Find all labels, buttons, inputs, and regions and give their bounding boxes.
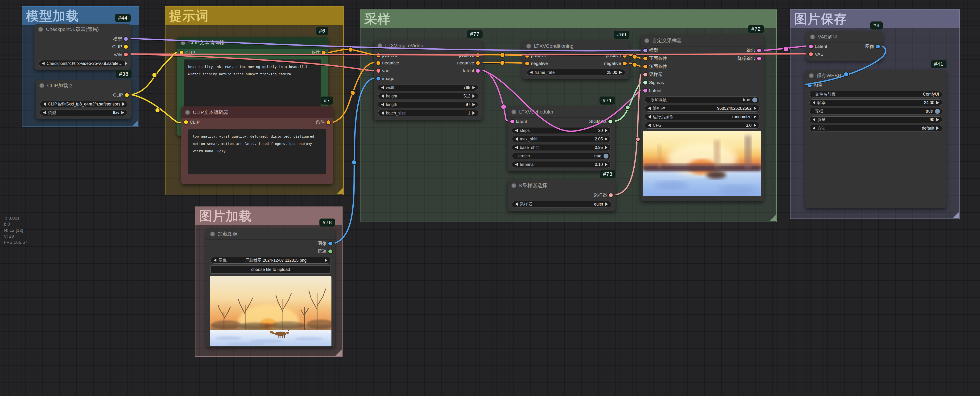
- next-arrow-icon[interactable]: [473, 112, 475, 115]
- width-stepper[interactable]: width 768: [378, 84, 478, 91]
- node-ltxv-scheduler[interactable]: #71 LTXVScheduler latent SIGMAS steps 30…: [508, 107, 615, 171]
- next-arrow-icon[interactable]: [473, 94, 475, 98]
- output-socket-sigmas[interactable]: [608, 120, 612, 123]
- node-title-bar[interactable]: 加载图像: [206, 228, 335, 240]
- group-resize-handle[interactable]: [770, 215, 776, 221]
- collapse-dot-icon[interactable]: [210, 232, 215, 236]
- lossless-toggle[interactable]: 无损 true: [809, 108, 942, 115]
- link-dot[interactable]: [350, 90, 355, 95]
- input-socket-latent[interactable]: [643, 89, 647, 93]
- height-stepper[interactable]: height 512: [378, 93, 478, 99]
- collapse-dot-icon[interactable]: [644, 38, 649, 43]
- link-dot[interactable]: [155, 108, 160, 113]
- image-file-combo[interactable]: 图像 屏幕截图 2024-12-07 112315.png: [210, 257, 331, 263]
- link-dot[interactable]: [783, 46, 789, 52]
- output-socket-conditioning[interactable]: [326, 120, 330, 124]
- next-arrow-icon[interactable]: [605, 163, 608, 166]
- next-arrow-icon[interactable]: [605, 137, 608, 141]
- collapse-dot-icon[interactable]: [181, 40, 186, 45]
- group-resize-handle[interactable]: [953, 212, 959, 218]
- prev-arrow-icon[interactable]: [515, 137, 518, 141]
- collapse-dot-icon[interactable]: [39, 83, 44, 88]
- output-socket-positive[interactable]: [623, 54, 627, 57]
- input-socket-positive[interactable]: [377, 53, 380, 57]
- output-socket-mask[interactable]: [328, 249, 332, 253]
- input-socket-latent[interactable]: [511, 120, 514, 123]
- group-prompt-header[interactable]: 提示词: [165, 7, 343, 25]
- node-clip-text-encode-negative[interactable]: #7 CLIP文本编码器 CLIP 条件 low quality, worst …: [181, 107, 333, 184]
- checkpoint-name-combo[interactable]: Checkpoint名称 ltx-video-2b-v0.9.safete…: [39, 60, 126, 67]
- output-socket-negative[interactable]: [476, 61, 480, 65]
- node-save-webp[interactable]: #41 保存WEBP 图像 文件名前缀 ComfyUI 帧率 24.00 无损 …: [805, 70, 947, 208]
- prompt-textarea[interactable]: low quality, worst quality, deformed, di…: [188, 129, 326, 174]
- node-load-image[interactable]: #78 加载图像 图像 遮罩 图像 屏幕截图 2024-12-07 112315…: [206, 228, 335, 347]
- prev-arrow-icon[interactable]: [43, 102, 46, 106]
- next-arrow-icon[interactable]: [473, 103, 475, 106]
- group-sampling-header[interactable]: 采样: [360, 10, 776, 28]
- link-dot[interactable]: [352, 160, 356, 165]
- seed-stepper[interactable]: 随机种 968524025282562: [645, 105, 760, 112]
- prev-arrow-icon[interactable]: [381, 103, 384, 106]
- input-socket-vae[interactable]: [377, 69, 380, 73]
- next-arrow-icon[interactable]: [605, 146, 608, 149]
- input-socket-clip[interactable]: [184, 120, 188, 124]
- prev-arrow-icon[interactable]: [42, 62, 45, 65]
- next-arrow-icon[interactable]: [605, 129, 608, 132]
- collapse-dot-icon[interactable]: [511, 110, 516, 115]
- collapse-dot-icon[interactable]: [185, 110, 190, 115]
- next-arrow-icon[interactable]: [754, 115, 756, 118]
- output-socket-clip[interactable]: [124, 45, 128, 49]
- toggle-knob-icon[interactable]: [603, 153, 608, 158]
- output-socket-clip[interactable]: [125, 93, 129, 97]
- link-dot[interactable]: [152, 73, 157, 77]
- prev-arrow-icon[interactable]: [515, 146, 518, 149]
- prev-arrow-icon[interactable]: [43, 111, 46, 114]
- group-resize-handle[interactable]: [132, 120, 138, 126]
- choose-file-button[interactable]: choose file to upload: [210, 265, 331, 273]
- node-ltxv-conditioning[interactable]: #69 LTXVConditioning positive positive n…: [522, 41, 630, 79]
- prev-arrow-icon[interactable]: [214, 259, 216, 262]
- prev-arrow-icon[interactable]: [813, 126, 815, 130]
- node-title-bar[interactable]: CLIP加载器: [36, 80, 132, 91]
- input-socket-positive-cond[interactable]: [643, 57, 647, 61]
- toggle-knob-icon[interactable]: [935, 109, 940, 114]
- next-arrow-icon[interactable]: [936, 101, 939, 104]
- output-socket-image[interactable]: [328, 242, 332, 246]
- method-combo[interactable]: 方法 default: [809, 125, 942, 131]
- prev-arrow-icon[interactable]: [648, 107, 651, 110]
- next-arrow-icon[interactable]: [605, 203, 608, 206]
- output-socket-conditioning[interactable]: [322, 51, 326, 54]
- group-resize-handle[interactable]: [337, 188, 343, 194]
- output-socket-positive[interactable]: [476, 53, 480, 57]
- cfg-stepper[interactable]: CFG 3.0: [645, 122, 760, 129]
- output-socket-negative[interactable]: [623, 62, 627, 65]
- node-vae-decode[interactable]: #8 VAE解码 Latent 图像 VAE: [806, 31, 883, 61]
- node-graph-canvas[interactable]: 模型加载 提示词 采样 图片保存 图片加载 #44 Checkpoint加载器(…: [0, 0, 980, 396]
- prev-arrow-icon[interactable]: [648, 124, 651, 127]
- filename-prefix-field[interactable]: 文件名前缀 ComfyUI: [809, 91, 942, 97]
- input-socket-sampler[interactable]: [643, 73, 647, 77]
- sampler-combo[interactable]: 采样器 euler: [512, 201, 611, 208]
- length-stepper[interactable]: length 97: [378, 101, 478, 108]
- node-title-bar[interactable]: VAE解码: [806, 31, 883, 43]
- output-socket-latent[interactable]: [476, 69, 480, 73]
- quality-stepper[interactable]: 质量 90: [809, 117, 942, 123]
- node-title-bar[interactable]: LTXVScheduler: [508, 107, 615, 118]
- max-shift-stepper[interactable]: max_shift 2.05: [512, 136, 611, 142]
- node-custom-sampler[interactable]: #72 自定义采样器 模型 输出 正面条件 降噪输出 负面条件 采样器 Sigm…: [641, 35, 764, 201]
- node-title-bar[interactable]: CLIP文本编码器: [177, 37, 328, 49]
- node-title-bar[interactable]: K采样器选择: [508, 180, 616, 191]
- next-arrow-icon[interactable]: [121, 111, 124, 114]
- prev-arrow-icon[interactable]: [515, 163, 518, 166]
- prev-arrow-icon[interactable]: [813, 101, 815, 104]
- node-title-bar[interactable]: LTXVConditioning: [522, 41, 630, 52]
- prev-arrow-icon[interactable]: [381, 112, 384, 115]
- next-arrow-icon[interactable]: [123, 102, 125, 106]
- link-dot[interactable]: [348, 47, 353, 52]
- prev-arrow-icon[interactable]: [813, 118, 815, 121]
- output-socket-model[interactable]: [124, 37, 128, 41]
- node-clip-loader[interactable]: #38 CLIP加载器 CLIP CLIP名称 t5xxl_fp8_e4m3fn…: [36, 80, 132, 119]
- input-socket-sigmas[interactable]: [643, 81, 647, 85]
- input-socket-negative-cond[interactable]: [643, 65, 647, 69]
- input-socket-vae[interactable]: [809, 53, 813, 56]
